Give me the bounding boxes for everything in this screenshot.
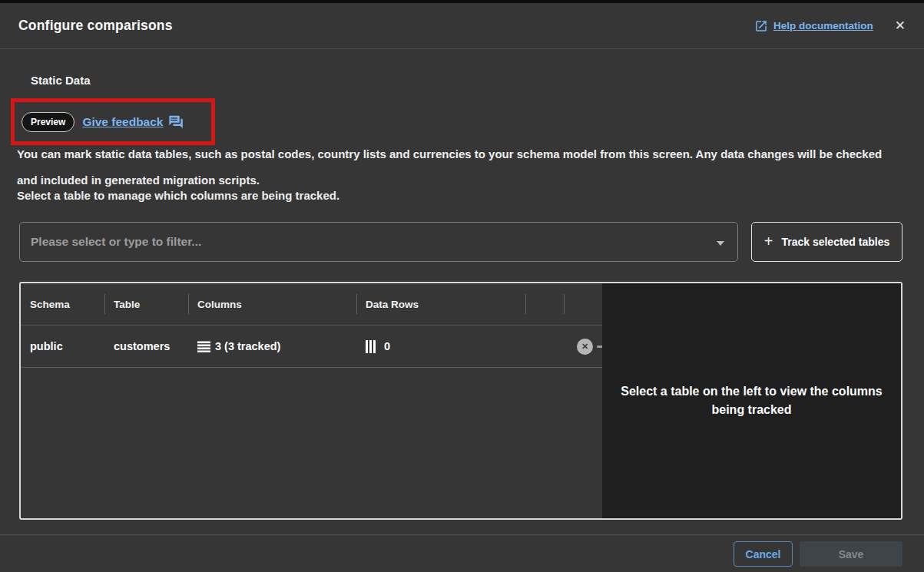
column-header-empty-2 <box>564 283 603 325</box>
section-heading: Static Data <box>31 74 91 87</box>
column-header-empty-1 <box>525 283 564 325</box>
intro-paragraph: You can mark static data tables, such as… <box>17 141 900 193</box>
track-selected-tables-label: Track selected tables <box>781 236 889 248</box>
column-header-data-rows: Data Rows <box>356 283 525 325</box>
cancel-button[interactable]: Cancel <box>734 541 793 567</box>
give-feedback-link[interactable]: Give feedback <box>82 114 184 130</box>
columns-bars-icon <box>366 340 376 353</box>
feedback-chat-icon <box>168 114 184 130</box>
columns-detail-panel: Select a table on the left to view the c… <box>602 283 901 518</box>
red-annotation-box: Preview Give feedback <box>11 98 215 145</box>
footer-divider <box>0 534 924 535</box>
help-documentation-label: Help documentation <box>773 20 873 31</box>
close-icon[interactable]: ✕ <box>895 19 906 32</box>
column-header-schema: Schema <box>21 283 104 325</box>
cell-data-rows-count: 0 <box>384 340 390 352</box>
chevron-down-icon <box>717 241 724 246</box>
header-actions: Help documentation ✕ <box>754 19 906 33</box>
cell-empty <box>525 326 564 367</box>
table-filter-select[interactable] <box>19 222 738 262</box>
save-button[interactable]: Save <box>800 541 902 567</box>
give-feedback-label: Give feedback <box>82 115 163 129</box>
empty-state-message: Select a table on the left to view the c… <box>609 382 894 419</box>
select-table-instruction: Select a table to manage which columns a… <box>17 189 900 202</box>
cell-table: customers <box>104 326 188 367</box>
filter-input[interactable] <box>31 235 707 249</box>
cell-columns-count: 3 (3 tracked) <box>215 340 280 352</box>
tracked-tables-card: Schema Table Columns Data Rows public cu… <box>19 282 902 520</box>
cell-schema: public <box>21 326 104 367</box>
rows-stack-icon <box>197 341 210 352</box>
track-selected-tables-button[interactable]: + Track selected tables <box>751 222 902 262</box>
configure-comparisons-modal: Configure comparisons Help documentation… <box>0 0 924 572</box>
column-header-columns: Columns <box>188 283 356 325</box>
modal-header: Configure comparisons Help documentation… <box>0 3 924 49</box>
plus-icon: + <box>764 233 773 250</box>
untrack-table-icon[interactable]: ✕ <box>577 339 593 355</box>
modal-title: Configure comparisons <box>18 18 173 34</box>
external-link-icon <box>754 19 768 33</box>
column-header-table: Table <box>104 283 188 325</box>
help-documentation-link[interactable]: Help documentation <box>754 19 873 33</box>
preview-badge: Preview <box>22 112 75 132</box>
